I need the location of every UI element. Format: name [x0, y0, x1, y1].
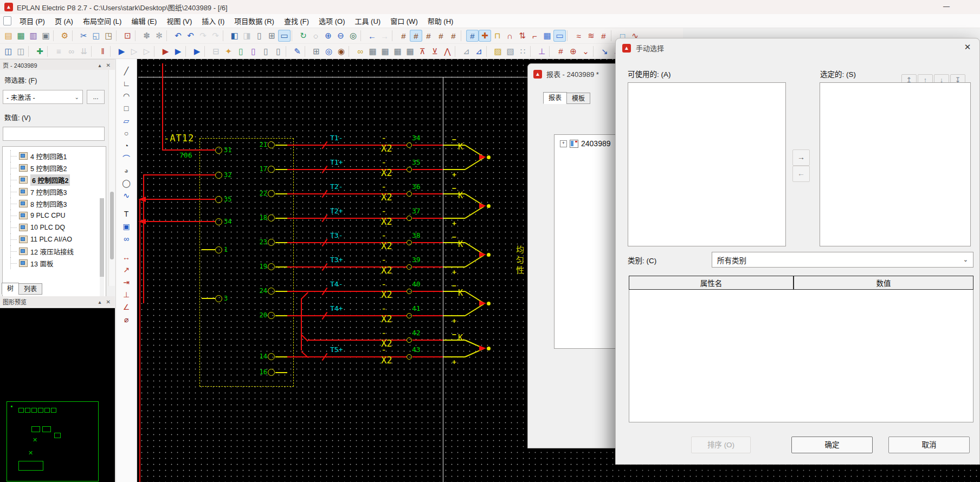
panel-collapse-icon[interactable]: ▴ — [97, 299, 103, 305]
toolbar-separator[interactable] — [116, 30, 120, 41]
toolbar-separator[interactable] — [135, 30, 139, 41]
page-macro-icon[interactable]: ▯ — [235, 45, 247, 57]
menu-item[interactable]: 窗口 (W) — [385, 14, 423, 28]
tree-item[interactable]: 11 PLC AI/AO — [3, 233, 106, 245]
menu-item[interactable]: 选项 (O) — [314, 14, 350, 28]
expand-icon[interactable]: + — [560, 140, 567, 147]
ruler-icon[interactable]: ▭ — [553, 30, 566, 42]
toolbar-separator[interactable] — [223, 30, 227, 41]
connection-lines-icon[interactable]: ‖ — [96, 45, 109, 57]
format-brush-icon[interactable]: ✽ — [140, 30, 153, 42]
tree-item[interactable]: 6 控制回路2 — [3, 174, 106, 186]
sort-terminals-up-icon[interactable]: ⊼ — [416, 45, 429, 57]
value-calc-icon[interactable]: ▦ — [541, 30, 553, 42]
route-connection-icon[interactable]: ⌐ — [528, 30, 541, 42]
insert-hyperlink-icon[interactable]: ∞ — [119, 233, 133, 244]
toolbar-separator[interactable] — [461, 30, 465, 41]
connection-wave1-icon[interactable]: ≈ — [572, 30, 585, 42]
forward-icon[interactable]: → — [378, 30, 391, 42]
move-updown-icon[interactable]: ⇅ — [516, 30, 528, 42]
toolbar-separator[interactable] — [567, 30, 571, 41]
page-properties-icon[interactable]: ▥ — [27, 30, 40, 42]
redo-icon[interactable]: ↷ — [197, 30, 209, 42]
dim-angle-icon[interactable]: ∠ — [119, 301, 133, 312]
draw-polyline-icon[interactable]: ∟ — [119, 77, 133, 89]
undo-list-icon[interactable]: ↶ — [184, 30, 197, 42]
cable-assign-icon[interactable]: ⊿ — [460, 45, 473, 57]
close-icon[interactable]: ✕ — [960, 41, 975, 53]
column-value[interactable]: 数值 — [794, 276, 973, 289]
area-fill-icon[interactable]: ▨ — [492, 45, 504, 57]
report-tree-item[interactable]: + 2403989 — [560, 139, 611, 148]
toolbar-separator[interactable] — [292, 30, 296, 41]
tab-templates[interactable]: 模板 — [566, 93, 590, 104]
toolbar-separator[interactable] — [530, 46, 534, 57]
toolbar-separator[interactable] — [166, 30, 171, 41]
draw-ellipse-icon[interactable]: ◯ — [119, 177, 133, 188]
tree-item[interactable]: 13 面板 — [3, 257, 106, 269]
grid-a-icon[interactable]: # — [397, 30, 410, 42]
menu-item[interactable]: 项目数据 (R) — [229, 14, 279, 28]
zoom-out-icon[interactable]: ⊖ — [334, 30, 347, 42]
tab-list[interactable]: 列表 — [18, 283, 42, 295]
insert-image-icon[interactable]: ▣ — [119, 220, 133, 232]
angle-snap-icon[interactable]: ⌄ — [579, 45, 592, 57]
area-hatch-icon[interactable]: ▧ — [504, 45, 517, 57]
toolbar-separator[interactable] — [305, 46, 309, 57]
menu-item[interactable]: 插入 (I) — [197, 14, 229, 28]
open-page-icon[interactable]: ▦ — [15, 30, 27, 42]
toolbar-separator[interactable] — [455, 46, 459, 57]
panel-close-icon[interactable]: ✕ — [105, 62, 112, 68]
draw-circle-arc-icon[interactable]: ◔ — [119, 140, 133, 151]
paste-icon[interactable]: ◳ — [102, 30, 115, 42]
snap-to-grid-icon[interactable]: ✚ — [479, 30, 491, 42]
filter-dropdown[interactable]: - 未激活 - ⌄ — [3, 90, 83, 104]
insert-text-icon[interactable]: T — [119, 208, 133, 219]
back-icon[interactable]: ← — [366, 30, 378, 42]
panel-scrollbar[interactable] — [108, 70, 115, 286]
filter-table1-icon[interactable]: ▦ — [366, 45, 379, 57]
menu-item[interactable]: 帮助 (H) — [423, 14, 459, 28]
category-dropdown[interactable]: 所有类别 ⌄ — [712, 252, 973, 268]
marquee-select-icon[interactable]: ⊡ — [121, 30, 134, 42]
device-navigator-icon[interactable]: ⊟ — [210, 45, 222, 57]
draw-sector-icon[interactable]: ◕ — [119, 165, 133, 176]
magnet-icon[interactable]: ∩ — [504, 30, 516, 42]
copy-icon[interactable]: ◱ — [90, 30, 102, 42]
toolbar-separator[interactable] — [392, 30, 396, 41]
menu-item[interactable]: 视图 (V) — [162, 14, 197, 28]
window-cascade-icon[interactable]: ◫ — [2, 45, 15, 57]
selected-listbox[interactable] — [820, 82, 971, 246]
renumber-icon[interactable]: ⇊ — [78, 45, 90, 57]
draw-toolbar-separator[interactable] — [119, 202, 133, 207]
check-project-icon[interactable]: ▷ — [128, 45, 140, 57]
toolbar-separator[interactable] — [185, 46, 190, 57]
insert-box-icon[interactable]: ⊓ — [491, 30, 504, 42]
toolbar-separator[interactable] — [593, 46, 597, 57]
new-window-icon[interactable]: ▯ — [253, 30, 266, 42]
zoom-window-icon[interactable]: ◎ — [347, 30, 359, 42]
window-arrange-icon[interactable]: ◨ — [241, 30, 253, 42]
tab-reports[interactable]: 报表 — [543, 92, 567, 104]
toolbar-separator[interactable] — [47, 46, 51, 57]
toolbar-separator[interactable] — [72, 30, 76, 41]
tree-item[interactable]: 9 PLC CPU — [3, 210, 106, 222]
ground-symbol-icon[interactable]: ⊥ — [536, 45, 548, 57]
minimize-button[interactable]: — — [938, 1, 955, 12]
tree-item[interactable]: 7 控制回路3 — [3, 186, 106, 198]
dim-linear-icon[interactable]: ↔ — [119, 251, 133, 263]
filter-table4-icon[interactable]: ▦ — [404, 45, 416, 57]
tree-item[interactable]: 12 液压站接线 — [3, 245, 106, 257]
toolbar-separator[interactable] — [349, 46, 353, 57]
available-listbox[interactable] — [628, 82, 786, 246]
panel-close-icon[interactable]: ✕ — [105, 299, 112, 305]
draw-rectangle-icon[interactable]: □ — [119, 102, 133, 114]
insert-symbol-icon[interactable]: ✚ — [34, 45, 46, 57]
ok-button[interactable]: 确定 — [791, 437, 873, 453]
window-macro-icon[interactable]: ▯ — [247, 45, 260, 57]
sort-button[interactable]: 排序 (O) — [691, 437, 751, 453]
refresh-icon[interactable]: ↻ — [297, 30, 310, 42]
connection-wave2-icon[interactable]: ≋ — [585, 30, 597, 42]
transfer-left-button[interactable]: ← — [792, 166, 810, 182]
tree-item[interactable]: 8 控制回路3 — [3, 198, 106, 210]
